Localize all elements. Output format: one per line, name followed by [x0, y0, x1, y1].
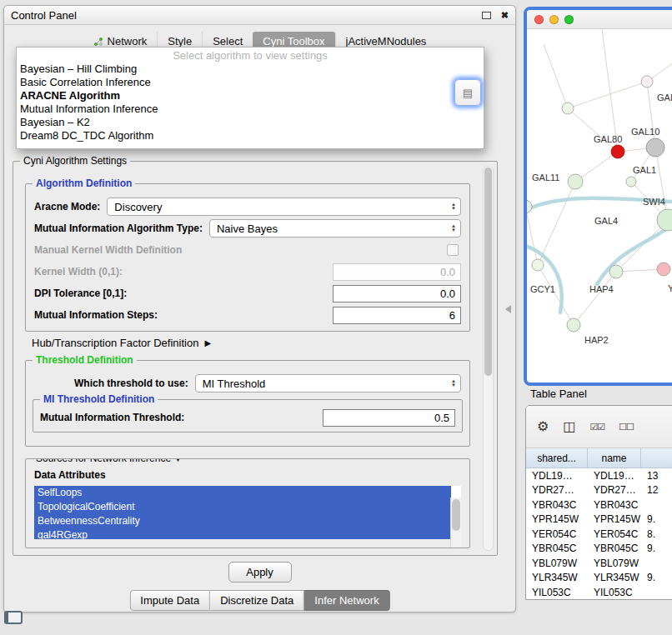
table-cell: YPR145W — [526, 513, 588, 525]
threshold-definition-group: Threshold Definition Which threshold to … — [25, 360, 470, 447]
algorithm-option-dream8-dc-tdc-algorithm[interactable]: Dream8 DC_TDC Algorithm — [17, 129, 484, 142]
network-edge[interactable] — [616, 269, 664, 272]
algorithm-dropdown: Select algorithm to view settings Bayesi… — [16, 47, 484, 149]
table-header-row: shared...name — [526, 448, 672, 468]
network-edge[interactable] — [574, 272, 616, 325]
table-row[interactable]: YBR045CYBR045C9. — [526, 542, 672, 557]
column-header-name[interactable]: name — [588, 448, 641, 468]
manual-kernel-checkbox[interactable] — [447, 244, 459, 256]
table-row[interactable]: YBL079WYBL079W — [526, 556, 672, 571]
mi-steps-row: Mutual Information Steps: 6 — [34, 306, 461, 324]
algorithm-option-bayesian-hill-climbing[interactable]: Bayesian – Hill Climbing — [17, 62, 484, 76]
table-cell: 12 — [641, 484, 672, 496]
table-row[interactable]: YPR145WYPR145W9. — [526, 512, 672, 528]
network-node-label: HAP2 — [584, 335, 609, 345]
minimized-panel-icon[interactable] — [4, 611, 23, 624]
which-threshold-select[interactable]: MI Threshold ▲▼ — [195, 374, 461, 392]
aracne-mode-select[interactable]: Discovery ▲▼ — [107, 198, 461, 216]
table-row[interactable]: YBR043CYBR043C — [526, 498, 672, 512]
float-window-icon[interactable] — [482, 12, 491, 19]
network-node[interactable] — [611, 145, 624, 158]
algorithm-option-bayesian-k2[interactable]: Bayesian – K2 — [17, 116, 484, 129]
network-edge-highlighted[interactable] — [527, 244, 562, 312]
network-node[interactable] — [641, 76, 653, 88]
gear-icon[interactable]: ⚙ — [537, 420, 549, 433]
algorithm-option-mutual-information-inference[interactable]: Mutual Information Inference — [17, 102, 484, 116]
table-row[interactable]: YDR27…YDR27…12 — [526, 483, 672, 498]
bottom-tabbar: Impute DataDiscretize DataInfer Network — [129, 590, 389, 611]
bottom-tab-impute-data[interactable]: Impute Data — [129, 590, 210, 611]
mi-type-row: Mutual Information Algorithm Type: Naive… — [34, 219, 461, 238]
which-threshold-row: Which threshold to use: MI Threshold ▲▼ — [34, 374, 461, 392]
attribute-item-gal4rgexp[interactable]: gal4RGexp — [34, 528, 451, 539]
network-node[interactable] — [657, 262, 670, 276]
table-cell: YBR043C — [588, 499, 641, 511]
table-cell: 8. — [641, 528, 672, 540]
kernel-width-field[interactable]: 0.0 — [333, 263, 461, 281]
splitter-collapse-handle[interactable] — [505, 305, 511, 313]
tab-label: Select — [213, 35, 243, 48]
data-attributes-list[interactable]: SelfLoopsTopologicalCoefficientBetweenne… — [34, 486, 461, 539]
algorithm-option-basic-correlation-inference[interactable]: Basic Correlation Inference — [17, 76, 484, 89]
algorithm-option-aracne-algorithm[interactable]: ARACNE Algorithm — [17, 89, 484, 102]
bottom-tab-discretize-data[interactable]: Discretize Data — [210, 590, 304, 611]
network-edge[interactable] — [647, 82, 655, 148]
select-all-rows-icon[interactable]: ☑☑ — [589, 422, 604, 432]
algorithm-chooser-button[interactable]: ▤ — [454, 79, 481, 106]
table-row[interactable]: YIL053CYIL053C — [526, 585, 672, 600]
dpi-tolerance-field[interactable]: 0.0 — [333, 285, 461, 302]
network-graph[interactable]: GAL80GAL10GAL1GAL11SWI4GAL4GCY1HAP4HAP2G… — [527, 29, 672, 377]
network-node[interactable] — [562, 102, 574, 114]
network-node[interactable] — [568, 174, 583, 189]
attribute-list-scrollbar[interactable] — [450, 498, 461, 548]
network-node[interactable] — [527, 200, 532, 213]
mi-threshold-field[interactable]: 0.5 — [323, 409, 455, 427]
zoom-traffic-light[interactable] — [564, 15, 574, 24]
network-node[interactable] — [657, 209, 672, 231]
table-row[interactable]: YDL19…YDL19…13 — [526, 468, 672, 483]
combo-stepper-icon: ▲▼ — [446, 224, 456, 232]
network-node[interactable] — [626, 177, 636, 187]
sources-title-text: Sources for Network Inference — [36, 458, 171, 464]
table-cell: YDR27… — [588, 484, 641, 496]
network-edge[interactable] — [538, 182, 575, 265]
network-node[interactable] — [567, 318, 580, 332]
attribute-item-betweennesscentrality[interactable]: BetweennessCentrality — [34, 514, 451, 528]
network-node[interactable] — [609, 265, 623, 278]
hub-definition-toggle[interactable]: Hub/Transcription Factor Definition ▶ — [32, 337, 211, 349]
tab-label: jActiveMNodules — [346, 35, 427, 48]
network-edge[interactable] — [568, 82, 647, 108]
network-node[interactable] — [646, 138, 664, 157]
table-cell: YER054C — [588, 528, 641, 540]
network-edge[interactable] — [544, 44, 568, 108]
columns-icon[interactable]: ◫ — [563, 420, 575, 433]
mi-steps-field[interactable]: 6 — [333, 307, 461, 324]
table-row[interactable]: YLR345WYLR345W9. — [526, 571, 672, 586]
apply-button[interactable]: Apply — [228, 562, 292, 582]
deselect-all-rows-icon[interactable]: ☐☐ — [619, 422, 634, 432]
network-canvas[interactable]: GAL80GAL10GAL1GAL11SWI4GAL4GCY1HAP4HAP2G… — [527, 29, 672, 377]
table-row[interactable]: YER054CYER054C8. — [526, 527, 672, 542]
minimize-traffic-light[interactable] — [549, 15, 559, 24]
close-traffic-light[interactable] — [534, 15, 544, 24]
mi-type-select[interactable]: Naive Bayes ▲▼ — [209, 219, 461, 238]
network-edge[interactable] — [527, 207, 538, 265]
bottom-tab-infer-network[interactable]: Infer Network — [304, 590, 389, 611]
desktop: Control Panel ✖ NetworkStyleSelectCyni T… — [0, 0, 672, 635]
settings-scrollbar[interactable] — [483, 166, 494, 551]
network-edge[interactable] — [568, 108, 618, 152]
column-header-2[interactable] — [641, 448, 672, 468]
table-panel-toolbar: ⚙ ◫ ☑☑ ☐☐ — [526, 406, 672, 448]
attribute-item-topologicalcoefficient[interactable]: TopologicalCoefficient — [34, 500, 451, 514]
attribute-list-scroll-thumb[interactable] — [452, 499, 460, 531]
column-header-shared-[interactable]: shared... — [526, 448, 588, 468]
network-edge-highlighted[interactable] — [597, 226, 670, 284]
close-window-icon[interactable]: ✖ — [501, 11, 509, 20]
table-body: YDL19…YDL19…13YDR27…YDR27…12YBR043CYBR04… — [526, 468, 672, 600]
attribute-item-selfloops[interactable]: SelfLoops — [34, 486, 451, 500]
settings-scroll-thumb[interactable] — [484, 168, 492, 376]
network-edge[interactable] — [602, 29, 618, 152]
network-node[interactable] — [532, 259, 544, 271]
sources-group-title[interactable]: Sources for Network Inference ▼ — [33, 458, 185, 464]
network-tab-icon — [93, 37, 103, 47]
